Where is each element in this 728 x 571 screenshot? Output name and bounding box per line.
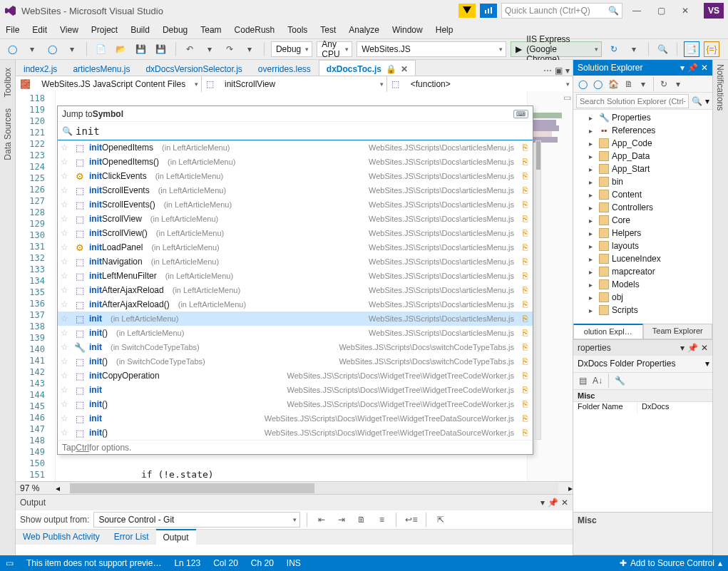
doc-tab-0[interactable]: index2.js bbox=[16, 60, 65, 76]
close-icon[interactable]: ✕ bbox=[701, 63, 708, 73]
favorite-icon[interactable]: ☆ bbox=[61, 314, 71, 324]
pin-icon[interactable]: 📌 bbox=[687, 63, 698, 73]
favorite-icon[interactable]: ☆ bbox=[61, 285, 71, 295]
favorite-icon[interactable]: ☆ bbox=[61, 157, 71, 167]
locate-icon[interactable]: ⎘ bbox=[520, 328, 530, 338]
expand-icon[interactable]: ▸ bbox=[589, 191, 596, 199]
tree-node[interactable]: ▸layouts bbox=[573, 240, 712, 252]
search-icon[interactable]: 🔍 bbox=[692, 96, 702, 106]
locate-icon[interactable]: ⎘ bbox=[520, 428, 530, 438]
caret-icon[interactable]: ▾ bbox=[705, 96, 709, 106]
expand-icon[interactable]: ▸ bbox=[589, 178, 596, 186]
locate-icon[interactable]: ⎘ bbox=[520, 342, 530, 352]
jump-input[interactable] bbox=[76, 125, 528, 137]
menu-file[interactable]: File bbox=[6, 25, 19, 35]
categorized-icon[interactable]: ▤ bbox=[576, 374, 589, 387]
overflow-icon[interactable]: ⋯ bbox=[543, 66, 552, 76]
account-button[interactable]: VS bbox=[704, 3, 724, 19]
locate-icon[interactable]: ⎘ bbox=[520, 399, 530, 409]
output-tab-2[interactable]: Output bbox=[156, 529, 196, 545]
expand-icon[interactable]: ▸ bbox=[589, 127, 596, 135]
menu-coderush[interactable]: CodeRush bbox=[235, 25, 275, 35]
tree-node[interactable]: ▸App_Start bbox=[573, 163, 712, 175]
jump-result-row[interactable]: ☆⬚initOpenedItems()(in LeftArticleMenu)W… bbox=[58, 155, 533, 169]
quick-launch[interactable]: Quick Launch (Ctrl+Q) 🔍 bbox=[501, 3, 622, 19]
properties-grid[interactable]: Misc Folder Name DxDocs bbox=[573, 390, 712, 512]
expand-icon[interactable]: ▸ bbox=[589, 294, 596, 302]
solution-search-input[interactable] bbox=[576, 94, 689, 108]
goto-icon[interactable]: ⇱ bbox=[433, 512, 448, 528]
data-sources-tab[interactable]: Data Sources bbox=[0, 103, 16, 165]
tree-node[interactable]: ▸mapcreator bbox=[573, 265, 712, 278]
doc-tab-2[interactable]: dxDocsVersionSelector.js bbox=[138, 60, 250, 76]
dropdown-icon[interactable]: ▾ bbox=[680, 343, 685, 353]
tree-node[interactable]: ▸🔧Properties bbox=[573, 111, 712, 124]
indent-right-icon[interactable]: ⇥ bbox=[334, 512, 349, 528]
favorite-icon[interactable]: ☆ bbox=[61, 271, 71, 281]
tree-node[interactable]: ▸bin bbox=[573, 175, 712, 188]
run-button[interactable]: ▶IIS Express (Google Chrome)▾ bbox=[511, 41, 601, 57]
dropdown-icon[interactable]: ▾ bbox=[680, 63, 685, 73]
prop-group-misc[interactable]: Misc bbox=[573, 390, 712, 402]
alpha-sort-icon[interactable]: A↓ bbox=[590, 374, 605, 387]
jump-result-row[interactable]: ☆⚙initLoadPanel(in LeftArticleMenu)WebSi… bbox=[58, 240, 533, 254]
favorite-icon[interactable]: ☆ bbox=[61, 385, 71, 395]
clear-icon[interactable]: 🗎 bbox=[354, 512, 369, 528]
split-handle-icon[interactable]: ▭ bbox=[563, 93, 571, 103]
back-icon[interactable]: ◯ bbox=[576, 78, 590, 91]
output-tab-0[interactable]: Web Publish Activity bbox=[16, 530, 107, 545]
expand-icon[interactable]: ▸ bbox=[589, 307, 596, 314]
expand-icon[interactable]: ▸ bbox=[589, 204, 596, 212]
pin-icon[interactable]: 📌 bbox=[548, 498, 558, 508]
locate-icon[interactable]: ⎘ bbox=[520, 200, 530, 210]
coderush-button-2[interactable]: {=} bbox=[704, 41, 719, 57]
jump-result-row[interactable]: ☆⬚initScrollEvents(in LeftArticleMenu)We… bbox=[58, 183, 533, 197]
jump-result-row[interactable]: ☆⬚initScrollView(in LeftArticleMenu)WebS… bbox=[58, 212, 533, 226]
browser-refresh-button[interactable]: ↻ bbox=[606, 41, 622, 57]
scroll-track[interactable] bbox=[70, 483, 558, 494]
notifications-badge[interactable] bbox=[458, 4, 476, 18]
locate-icon[interactable]: ⎘ bbox=[520, 171, 530, 181]
platform-combo[interactable]: Any CPU▾ bbox=[317, 41, 352, 57]
favorite-icon[interactable]: ☆ bbox=[61, 200, 71, 210]
menu-test[interactable]: Test bbox=[320, 25, 336, 35]
code-editor[interactable]: 1181191201211221231241251261271281291301… bbox=[16, 91, 573, 481]
locate-icon[interactable]: ⎘ bbox=[520, 185, 530, 195]
locate-icon[interactable]: ⎘ bbox=[520, 413, 530, 423]
nav-back-button[interactable]: ◯ bbox=[4, 41, 20, 57]
tree-node[interactable]: ▸obj bbox=[573, 291, 712, 304]
pin-icon[interactable]: 📌 bbox=[687, 343, 698, 353]
indent-left-icon[interactable]: ⇤ bbox=[314, 512, 329, 528]
favorite-icon[interactable]: ☆ bbox=[61, 171, 71, 181]
jump-result-row[interactable]: ☆⬚initWebSites.JS\Scripts\Docs\WidgetTre… bbox=[58, 383, 533, 397]
jump-result-row[interactable]: ☆⬚init()WebSites.JS\Scripts\Docs\WidgetT… bbox=[58, 397, 533, 411]
expand-icon[interactable]: ▸ bbox=[589, 230, 596, 237]
locate-icon[interactable]: ⎘ bbox=[520, 285, 530, 295]
tree-node[interactable]: ▸Helpers bbox=[573, 227, 712, 240]
locate-icon[interactable]: ⎘ bbox=[520, 385, 530, 395]
scope-combo[interactable]: 🧱 WebSites.JS JavaScript Content Files▾ bbox=[16, 76, 202, 92]
jump-result-row[interactable]: ☆⬚initNavigation(in LeftArticleMenu)WebS… bbox=[58, 254, 533, 269]
locate-icon[interactable]: ⎘ bbox=[520, 143, 530, 153]
favorite-icon[interactable]: ☆ bbox=[61, 242, 71, 252]
favorite-icon[interactable]: ☆ bbox=[61, 399, 71, 409]
find-in-files-button[interactable]: 🔍 bbox=[655, 41, 670, 57]
word-wrap-icon[interactable]: ↩≡ bbox=[403, 512, 419, 528]
locate-icon[interactable]: ⎘ bbox=[520, 314, 530, 324]
new-project-button[interactable]: 📄 bbox=[93, 41, 109, 57]
favorite-icon[interactable]: ☆ bbox=[61, 214, 71, 224]
notifications-tab[interactable]: Notifications bbox=[713, 60, 727, 115]
locate-icon[interactable]: ⎘ bbox=[520, 157, 530, 167]
editor-hscroll[interactable]: 97 % ◂ ▸ bbox=[16, 481, 573, 494]
favorite-icon[interactable]: ☆ bbox=[61, 257, 71, 267]
expand-icon[interactable]: ▸ bbox=[589, 242, 596, 250]
sync-icon[interactable]: 🗎 bbox=[622, 78, 635, 91]
scroll-left-icon[interactable]: ◂ bbox=[56, 483, 60, 493]
redo-button[interactable]: ↷ bbox=[222, 41, 237, 57]
menu-view[interactable]: View bbox=[60, 25, 78, 35]
tree-node[interactable]: ▸Core bbox=[573, 214, 712, 227]
locate-icon[interactable]: ⎘ bbox=[520, 356, 530, 366]
jump-result-row[interactable]: ☆⚙initClickEvents(in LeftArticleMenu)Web… bbox=[58, 169, 533, 183]
locate-icon[interactable]: ⎘ bbox=[520, 228, 530, 238]
feedback-badge[interactable] bbox=[480, 4, 497, 18]
